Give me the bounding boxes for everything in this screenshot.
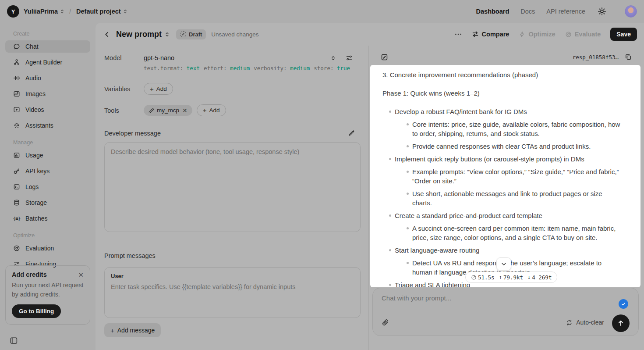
response-list: A succinct one-screen card per common it… bbox=[407, 224, 622, 242]
param-key: verbosity: bbox=[254, 65, 290, 71]
response-bullet-text: Provide canned responses with clear CTAs… bbox=[412, 143, 591, 150]
top-nav: Dashboard Docs API reference bbox=[476, 5, 637, 18]
sidebar-item-videos[interactable]: Videos bbox=[5, 104, 90, 116]
sidebar-item-storage[interactable]: Storage bbox=[5, 196, 90, 209]
user-message-input[interactable] bbox=[111, 283, 354, 314]
settings-gear-icon[interactable] bbox=[598, 7, 606, 16]
chat-input[interactable] bbox=[382, 294, 592, 314]
attachment-paperclip-icon[interactable] bbox=[382, 319, 389, 326]
response-stats: 51.5s ↑ 79.9kt ↓ 4 269t bbox=[465, 271, 557, 283]
add-tool-button[interactable]: +Add bbox=[197, 104, 226, 116]
model-selector-chevrons-icon[interactable] bbox=[330, 55, 336, 61]
evaluate-label: Evaluate bbox=[575, 31, 601, 38]
param-key: effort: bbox=[204, 65, 230, 71]
scroll-to-bottom-button[interactable] bbox=[496, 257, 511, 271]
duration-value: 51.5s bbox=[478, 274, 495, 281]
generate-pencil-sparkle-icon[interactable] bbox=[348, 129, 355, 137]
developer-message-input[interactable] bbox=[104, 142, 361, 232]
sidebar-item-logs[interactable]: Logs bbox=[5, 181, 90, 193]
arrow-up-icon: ↑ bbox=[499, 274, 502, 280]
nav-dashboard[interactable]: Dashboard bbox=[476, 8, 510, 15]
add-variable-label: Add bbox=[156, 86, 167, 92]
model-settings-sliders-icon[interactable] bbox=[346, 54, 353, 61]
sidebar-item-batches[interactable]: {≡}Batches bbox=[5, 212, 90, 225]
lightning-icon bbox=[519, 31, 525, 38]
param-value: text bbox=[187, 65, 200, 71]
close-icon[interactable]: ✕ bbox=[78, 271, 84, 278]
evaluate-icon bbox=[565, 31, 572, 38]
auto-clear-toggle[interactable]: Auto-clear bbox=[566, 319, 604, 326]
project-switcher-chevrons-icon[interactable] bbox=[123, 9, 128, 14]
copy-icon[interactable] bbox=[625, 54, 632, 61]
go-to-billing-button[interactable]: Go to Billing bbox=[12, 304, 61, 318]
model-params: text.format: texteffort: mediumverbosity… bbox=[144, 65, 361, 71]
sidebar-item-agent-builder[interactable]: Agent Builder bbox=[5, 56, 90, 68]
response-content[interactable]: 3. Concrete improvement recommendations … bbox=[370, 65, 640, 287]
tools-row: Tools my_mcp ✕ +Add bbox=[104, 104, 361, 116]
sidebar-item-label: Batches bbox=[25, 215, 48, 222]
add-message-label: Add message bbox=[117, 327, 155, 334]
sidebar-item-label: Evaluation bbox=[25, 245, 54, 252]
refresh-icon bbox=[566, 319, 573, 326]
evaluate-button[interactable]: Evaluate bbox=[565, 31, 601, 38]
sidebar-item-audio[interactable]: Audio bbox=[5, 72, 90, 84]
tools-label: Tools bbox=[104, 107, 144, 114]
response-bullet-text: A succinct one-screen card per common it… bbox=[412, 225, 616, 241]
sidebar-item-label: Logs bbox=[25, 183, 39, 190]
tool-chip-my-mcp[interactable]: my_mcp ✕ bbox=[144, 105, 192, 116]
remove-tool-icon[interactable]: ✕ bbox=[182, 107, 188, 114]
org-name[interactable]: YuliiaPrima bbox=[24, 8, 58, 15]
prompt-messages-label: Prompt messages bbox=[104, 252, 361, 259]
sidebar-collapse-icon[interactable] bbox=[10, 336, 18, 345]
compare-button[interactable]: Compare bbox=[472, 31, 510, 38]
save-button[interactable]: Save bbox=[610, 28, 637, 41]
prompt-header: New prompt Draft Unsaved changes Compare… bbox=[96, 23, 644, 46]
org-switcher-chevrons-icon[interactable] bbox=[60, 9, 65, 14]
sidebar-item-usage[interactable]: Usage bbox=[5, 149, 90, 161]
sidebar-item-images[interactable]: Images bbox=[5, 88, 90, 100]
chat-panel: resp_01858f53… 3. Concrete improvement r… bbox=[368, 46, 644, 350]
prompt-switcher-chevrons-icon[interactable] bbox=[164, 32, 170, 37]
back-icon[interactable] bbox=[102, 29, 113, 40]
prompt-title: New prompt bbox=[116, 30, 162, 39]
sidebar-item-assistants[interactable]: Assistants bbox=[5, 119, 90, 132]
sidebar-item-api-keys[interactable]: API keys bbox=[5, 165, 90, 177]
images-icon bbox=[13, 90, 20, 97]
org-avatar[interactable]: Y bbox=[7, 5, 19, 18]
response-bullet: Provide canned responses with clear CTAs… bbox=[407, 142, 622, 151]
speedometer-icon bbox=[471, 275, 477, 280]
add-credits-card: Add credits ✕ Run your next API request … bbox=[5, 265, 90, 325]
param-value: medium bbox=[230, 65, 250, 71]
top-bar: Y YuliiaPrima / Default project Dashboar… bbox=[0, 0, 644, 23]
sidebar-item-label: Chat bbox=[25, 43, 39, 50]
nav-docs[interactable]: Docs bbox=[520, 8, 535, 15]
videos-icon bbox=[13, 106, 20, 113]
variables-label: Variables bbox=[104, 86, 144, 93]
send-button[interactable] bbox=[612, 314, 630, 332]
more-options-icon[interactable] bbox=[454, 30, 462, 38]
sidebar-item-chat[interactable]: Chat bbox=[5, 40, 90, 53]
compare-label: Compare bbox=[482, 31, 510, 38]
response-bullet-text: Implement quick reply buttons (or carous… bbox=[395, 155, 584, 163]
project-name[interactable]: Default project bbox=[76, 8, 121, 15]
sidebar-section-title: Manage bbox=[5, 138, 90, 149]
credits-title: Add credits bbox=[12, 271, 47, 278]
response-bullet-text: Start language-aware routing bbox=[395, 246, 479, 254]
add-message-button[interactable]: +Add message bbox=[104, 323, 161, 337]
model-value[interactable]: gpt-5-nano bbox=[144, 54, 174, 61]
sidebar-item-label: Usage bbox=[25, 152, 43, 159]
app-window: Y YuliiaPrima / Default project Dashboar… bbox=[0, 0, 644, 350]
edit-response-icon[interactable] bbox=[381, 54, 388, 61]
usage-icon bbox=[13, 152, 20, 159]
add-variable-button[interactable]: +Add bbox=[144, 83, 173, 95]
evaluation-icon bbox=[13, 245, 20, 252]
user-message-card: User bbox=[104, 267, 361, 318]
nav-api-reference[interactable]: API reference bbox=[546, 8, 585, 15]
response-id[interactable]: resp_01858f53… bbox=[573, 54, 619, 61]
sidebar-item-evaluation[interactable]: Evaluation bbox=[5, 242, 90, 254]
draft-badge: Draft bbox=[176, 29, 206, 39]
optimize-button[interactable]: Optimize bbox=[519, 31, 555, 38]
mcp-tool-icon bbox=[148, 107, 154, 114]
sidebar-sections: CreateChatAgent BuilderAudioImagesVideos… bbox=[5, 29, 90, 270]
user-avatar[interactable] bbox=[625, 5, 637, 18]
